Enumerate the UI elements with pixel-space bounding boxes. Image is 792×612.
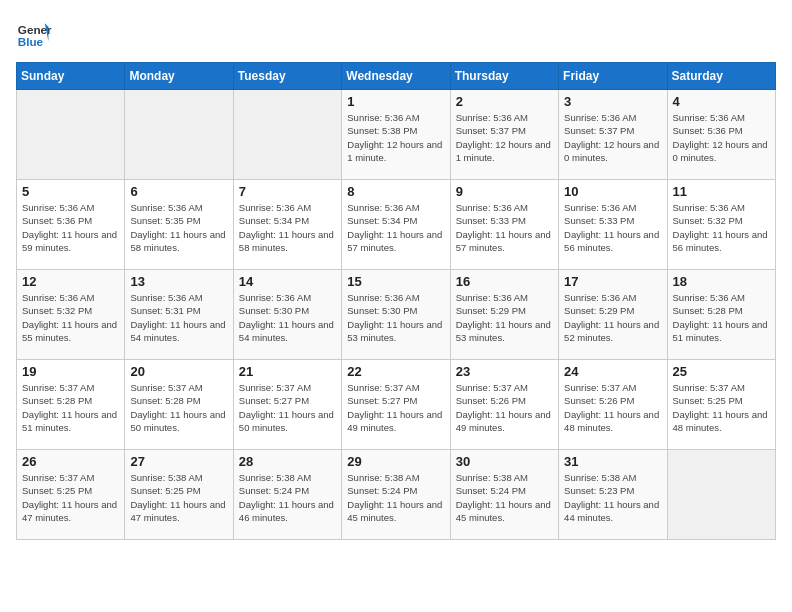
day-number: 10 [564,184,661,199]
calendar-cell: 14Sunrise: 5:36 AMSunset: 5:30 PMDayligh… [233,270,341,360]
cell-info: Sunrise: 5:38 AMSunset: 5:25 PMDaylight:… [130,472,225,523]
cell-info: Sunrise: 5:36 AMSunset: 5:30 PMDaylight:… [239,292,334,343]
cell-info: Sunrise: 5:36 AMSunset: 5:36 PMDaylight:… [22,202,117,253]
day-number: 27 [130,454,227,469]
day-number: 19 [22,364,119,379]
calendar-cell: 15Sunrise: 5:36 AMSunset: 5:30 PMDayligh… [342,270,450,360]
day-number: 25 [673,364,770,379]
day-number: 2 [456,94,553,109]
cell-info: Sunrise: 5:36 AMSunset: 5:33 PMDaylight:… [456,202,551,253]
calendar-cell: 26Sunrise: 5:37 AMSunset: 5:25 PMDayligh… [17,450,125,540]
calendar-cell [17,90,125,180]
day-number: 22 [347,364,444,379]
cell-info: Sunrise: 5:38 AMSunset: 5:24 PMDaylight:… [456,472,551,523]
day-number: 4 [673,94,770,109]
calendar-cell: 22Sunrise: 5:37 AMSunset: 5:27 PMDayligh… [342,360,450,450]
day-number: 12 [22,274,119,289]
calendar-cell: 11Sunrise: 5:36 AMSunset: 5:32 PMDayligh… [667,180,775,270]
calendar-cell: 3Sunrise: 5:36 AMSunset: 5:37 PMDaylight… [559,90,667,180]
day-number: 6 [130,184,227,199]
day-number: 11 [673,184,770,199]
cell-info: Sunrise: 5:36 AMSunset: 5:31 PMDaylight:… [130,292,225,343]
calendar-cell: 2Sunrise: 5:36 AMSunset: 5:37 PMDaylight… [450,90,558,180]
cell-info: Sunrise: 5:37 AMSunset: 5:28 PMDaylight:… [130,382,225,433]
calendar-cell [667,450,775,540]
weekday-header-monday: Monday [125,63,233,90]
cell-info: Sunrise: 5:37 AMSunset: 5:27 PMDaylight:… [347,382,442,433]
weekday-header-tuesday: Tuesday [233,63,341,90]
day-number: 21 [239,364,336,379]
cell-info: Sunrise: 5:36 AMSunset: 5:37 PMDaylight:… [456,112,551,163]
calendar-cell: 30Sunrise: 5:38 AMSunset: 5:24 PMDayligh… [450,450,558,540]
day-number: 24 [564,364,661,379]
calendar-table: SundayMondayTuesdayWednesdayThursdayFrid… [16,62,776,540]
weekday-header-friday: Friday [559,63,667,90]
calendar-cell: 25Sunrise: 5:37 AMSunset: 5:25 PMDayligh… [667,360,775,450]
day-number: 14 [239,274,336,289]
calendar-body: 1Sunrise: 5:36 AMSunset: 5:38 PMDaylight… [17,90,776,540]
cell-info: Sunrise: 5:36 AMSunset: 5:37 PMDaylight:… [564,112,659,163]
calendar-cell: 19Sunrise: 5:37 AMSunset: 5:28 PMDayligh… [17,360,125,450]
cell-info: Sunrise: 5:36 AMSunset: 5:36 PMDaylight:… [673,112,768,163]
logo-icon: General Blue [16,16,52,52]
calendar-week-4: 19Sunrise: 5:37 AMSunset: 5:28 PMDayligh… [17,360,776,450]
calendar-cell: 1Sunrise: 5:36 AMSunset: 5:38 PMDaylight… [342,90,450,180]
cell-info: Sunrise: 5:36 AMSunset: 5:32 PMDaylight:… [673,202,768,253]
calendar-cell: 12Sunrise: 5:36 AMSunset: 5:32 PMDayligh… [17,270,125,360]
calendar-cell [125,90,233,180]
calendar-cell: 23Sunrise: 5:37 AMSunset: 5:26 PMDayligh… [450,360,558,450]
weekday-header-saturday: Saturday [667,63,775,90]
calendar-cell: 16Sunrise: 5:36 AMSunset: 5:29 PMDayligh… [450,270,558,360]
calendar-cell: 18Sunrise: 5:36 AMSunset: 5:28 PMDayligh… [667,270,775,360]
cell-info: Sunrise: 5:38 AMSunset: 5:23 PMDaylight:… [564,472,659,523]
cell-info: Sunrise: 5:36 AMSunset: 5:34 PMDaylight:… [347,202,442,253]
day-number: 15 [347,274,444,289]
day-number: 20 [130,364,227,379]
cell-info: Sunrise: 5:38 AMSunset: 5:24 PMDaylight:… [239,472,334,523]
cell-info: Sunrise: 5:37 AMSunset: 5:28 PMDaylight:… [22,382,117,433]
day-number: 13 [130,274,227,289]
cell-info: Sunrise: 5:37 AMSunset: 5:25 PMDaylight:… [22,472,117,523]
cell-info: Sunrise: 5:36 AMSunset: 5:30 PMDaylight:… [347,292,442,343]
svg-text:Blue: Blue [18,35,44,48]
day-number: 31 [564,454,661,469]
calendar-cell: 6Sunrise: 5:36 AMSunset: 5:35 PMDaylight… [125,180,233,270]
calendar-cell: 9Sunrise: 5:36 AMSunset: 5:33 PMDaylight… [450,180,558,270]
calendar-week-1: 1Sunrise: 5:36 AMSunset: 5:38 PMDaylight… [17,90,776,180]
weekday-header-sunday: Sunday [17,63,125,90]
cell-info: Sunrise: 5:36 AMSunset: 5:32 PMDaylight:… [22,292,117,343]
cell-info: Sunrise: 5:37 AMSunset: 5:25 PMDaylight:… [673,382,768,433]
calendar-week-5: 26Sunrise: 5:37 AMSunset: 5:25 PMDayligh… [17,450,776,540]
day-number: 16 [456,274,553,289]
calendar-cell: 21Sunrise: 5:37 AMSunset: 5:27 PMDayligh… [233,360,341,450]
calendar-cell: 28Sunrise: 5:38 AMSunset: 5:24 PMDayligh… [233,450,341,540]
calendar-cell: 24Sunrise: 5:37 AMSunset: 5:26 PMDayligh… [559,360,667,450]
cell-info: Sunrise: 5:36 AMSunset: 5:35 PMDaylight:… [130,202,225,253]
cell-info: Sunrise: 5:36 AMSunset: 5:29 PMDaylight:… [456,292,551,343]
cell-info: Sunrise: 5:36 AMSunset: 5:29 PMDaylight:… [564,292,659,343]
calendar-cell: 5Sunrise: 5:36 AMSunset: 5:36 PMDaylight… [17,180,125,270]
calendar-week-2: 5Sunrise: 5:36 AMSunset: 5:36 PMDaylight… [17,180,776,270]
day-number: 30 [456,454,553,469]
weekday-row: SundayMondayTuesdayWednesdayThursdayFrid… [17,63,776,90]
day-number: 28 [239,454,336,469]
cell-info: Sunrise: 5:37 AMSunset: 5:26 PMDaylight:… [564,382,659,433]
day-number: 7 [239,184,336,199]
day-number: 5 [22,184,119,199]
calendar-cell: 7Sunrise: 5:36 AMSunset: 5:34 PMDaylight… [233,180,341,270]
day-number: 3 [564,94,661,109]
calendar-week-3: 12Sunrise: 5:36 AMSunset: 5:32 PMDayligh… [17,270,776,360]
calendar-cell: 10Sunrise: 5:36 AMSunset: 5:33 PMDayligh… [559,180,667,270]
calendar-header: SundayMondayTuesdayWednesdayThursdayFrid… [17,63,776,90]
day-number: 8 [347,184,444,199]
day-number: 1 [347,94,444,109]
cell-info: Sunrise: 5:36 AMSunset: 5:33 PMDaylight:… [564,202,659,253]
day-number: 26 [22,454,119,469]
cell-info: Sunrise: 5:36 AMSunset: 5:38 PMDaylight:… [347,112,442,163]
calendar-cell: 8Sunrise: 5:36 AMSunset: 5:34 PMDaylight… [342,180,450,270]
logo: General Blue [16,16,52,52]
calendar-cell: 27Sunrise: 5:38 AMSunset: 5:25 PMDayligh… [125,450,233,540]
cell-info: Sunrise: 5:36 AMSunset: 5:34 PMDaylight:… [239,202,334,253]
day-number: 17 [564,274,661,289]
weekday-header-thursday: Thursday [450,63,558,90]
